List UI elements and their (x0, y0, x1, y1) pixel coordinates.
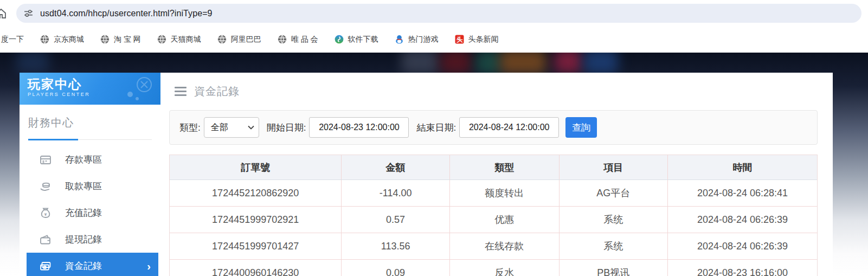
bookmark-label: 淘 宝 网 (114, 35, 141, 44)
type-label: 類型: (179, 121, 201, 134)
bookmark-item[interactable]: 唯 品 会 (278, 35, 318, 44)
cashout-wallet-icon (39, 233, 52, 246)
table-cell: 额度转出 (449, 180, 559, 206)
bookmark-label: 软件下载 (348, 35, 378, 44)
sidebar: 玩家中心 PLAYERS CENTER 財務中心 存款專區取款專區¥充值記錄提現… (20, 73, 160, 276)
bookmark-item[interactable]: 京东商城 (40, 35, 84, 44)
bookmark-item[interactable]: 阿里巴巴 (217, 35, 261, 44)
table-cell: 在线存款 (449, 233, 559, 259)
svg-text:头: 头 (456, 36, 462, 43)
bookmark-label: 京东商城 (54, 35, 84, 44)
table-cell: 2024-08-24 06:28:41 (667, 180, 817, 206)
bookmark-label: 度一下 (1, 35, 24, 44)
bookmark-label: 头条新闻 (468, 35, 499, 44)
recharge-moneybag-icon: ¥ (39, 207, 52, 220)
table-cell: 2024-08-24 06:26:39 (667, 233, 817, 259)
type-select-value: 全部 (211, 122, 228, 133)
page-title: 資金記錄 (194, 84, 240, 99)
sidebar-item-label: 存款專區 (65, 153, 102, 166)
table-header-cell: 金額 (341, 155, 449, 179)
chevron-right-icon: › (147, 261, 151, 272)
search-button[interactable]: 查詢 (565, 117, 597, 138)
address-bar[interactable]: usdt04.com/hhcp/usercenter.html?iniType=… (16, 4, 861, 23)
end-date-input[interactable] (459, 117, 559, 138)
globe-icon (217, 35, 227, 44)
table-cell: 2024-08-23 16:16:00 (667, 260, 817, 276)
game-icon (395, 35, 404, 44)
sidebar-item[interactable]: ¥充值記錄 (20, 200, 160, 226)
table-row: 17244009601462300.09反水PB视讯2024-08-23 16:… (170, 260, 817, 276)
bookmark-label: 热门游戏 (408, 35, 439, 44)
table-header-cell: 訂單號 (170, 155, 341, 179)
gamepad-icon (114, 74, 157, 105)
sidebar-item-label: 充值記錄 (65, 207, 102, 219)
sidebar-section-title: 財務中心 (28, 115, 152, 130)
globe-icon (278, 35, 287, 44)
main-area: 資金記錄 類型: 全部 開始日期: 結束日期: 查詢 訂單號金額類型項目時間 1… (160, 73, 833, 276)
content-panel: 玩家中心 PLAYERS CENTER 財務中心 存款專區取款專區¥充值記錄提現… (20, 73, 833, 276)
bookmarks-bar: 度一下京东商城淘 宝 网天猫商城阿里巴巴唯 品 会软件下载热门游戏头头条新闻 (0, 26, 868, 53)
table-cell: 优惠 (449, 207, 559, 233)
table-cell: 0.57 (341, 207, 449, 233)
sidebar-item[interactable]: 提現記錄 (20, 226, 160, 253)
chevron-down-icon (248, 125, 254, 130)
sidebar-item[interactable]: 資金記錄› (27, 253, 158, 276)
bookmark-item[interactable]: 热门游戏 (395, 35, 439, 44)
bookmark-item[interactable]: 头头条新闻 (455, 35, 499, 44)
table-cell: PB视讯 (559, 260, 668, 276)
table-cell: 1724400960146230 (170, 260, 341, 276)
globe-icon (157, 35, 166, 44)
home-icon[interactable] (0, 7, 8, 22)
sidebar-header: 玩家中心 PLAYERS CENTER (20, 73, 160, 105)
table-cell: AG平台 (559, 180, 668, 206)
sidebar-item-label: 取款專區 (65, 180, 102, 192)
table-cell: 0.09 (341, 260, 449, 276)
table-header-cell: 時間 (667, 155, 817, 179)
sidebar-item[interactable]: 取款專區 (20, 173, 160, 200)
main-header: 資金記錄 (169, 73, 818, 110)
table-header-cell: 類型 (449, 155, 559, 179)
deposit-card-icon (39, 153, 52, 166)
globe-icon (100, 35, 110, 44)
table-row: 1724452120862920-114.00额度转出AG平台2024-08-2… (170, 180, 817, 207)
table-cell: 1724452120862920 (170, 180, 341, 206)
sidebar-menu: 存款專區取款專區¥充值記錄提現記錄資金記錄› (20, 146, 160, 276)
hamburger-icon[interactable] (175, 87, 187, 96)
table-body: 1724452120862920-114.00额度转出AG平台2024-08-2… (170, 180, 817, 276)
table-row: 17244519997029210.57优惠系统2024-08-24 06:26… (170, 207, 817, 233)
sidebar-item[interactable]: 存款專區 (20, 146, 160, 173)
sidebar-item-label: 提現記錄 (65, 233, 102, 246)
start-date-input[interactable] (309, 117, 409, 138)
table-row: 1724451999701427113.56在线存款系统2024-08-24 0… (170, 233, 817, 260)
url-text[interactable]: usdt04.com/hhcp/usercenter.html?iniType=… (40, 9, 213, 18)
start-date-label: 開始日期: (267, 121, 306, 134)
toutiao-icon: 头 (455, 35, 464, 44)
type-select[interactable]: 全部 (204, 117, 259, 138)
bookmark-item[interactable]: 软件下载 (335, 35, 378, 44)
funds-banknote-icon (39, 260, 52, 273)
end-date-label: 結束日期: (416, 121, 456, 134)
browser-top-bar: usdt04.com/hhcp/usercenter.html?iniType=… (0, 0, 868, 26)
table-cell: 反水 (449, 260, 559, 276)
bookmark-item[interactable]: 天猫商城 (157, 35, 201, 44)
filter-bar: 類型: 全部 開始日期: 結束日期: 查詢 (169, 110, 818, 145)
svg-text:¥: ¥ (44, 211, 47, 216)
bookmark-item[interactable]: 淘 宝 网 (100, 35, 141, 44)
globe-icon (40, 35, 49, 44)
table-header-row: 訂單號金額類型項目時間 (170, 155, 817, 180)
bookmark-label: 唯 品 会 (291, 35, 318, 44)
withdraw-hand-icon (39, 180, 52, 193)
table-cell: 系统 (559, 233, 668, 259)
sidebar-item-label: 資金記錄 (65, 260, 102, 272)
bookmark-item[interactable]: 度一下 (1, 35, 24, 44)
section-underline (28, 138, 152, 140)
table-cell: 1724451999702921 (170, 207, 341, 233)
table-cell: 113.56 (341, 233, 449, 259)
tune-icon[interactable] (24, 9, 33, 18)
table-cell: 1724451999701427 (170, 233, 341, 259)
table-cell: -114.00 (341, 180, 449, 206)
download-icon (335, 35, 344, 44)
records-table: 訂單號金額類型項目時間 1724452120862920-114.00额度转出A… (169, 155, 818, 276)
table-header-cell: 項目 (559, 155, 668, 179)
sidebar-section: 財務中心 (20, 105, 160, 140)
